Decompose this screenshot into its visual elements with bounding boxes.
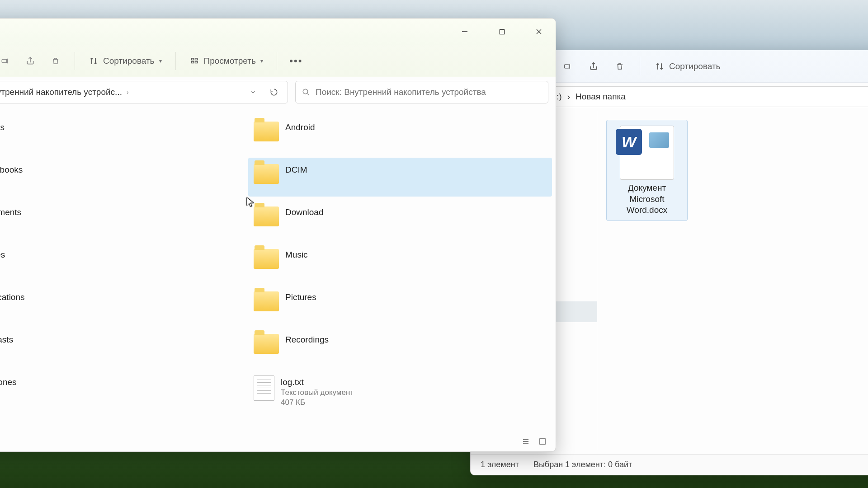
item-type: Текстовый документ	[281, 388, 354, 397]
item-name: Podcasts	[0, 335, 13, 345]
item-name: Movies	[0, 250, 5, 260]
separator	[175, 52, 176, 70]
file-name: Документ Microsoft Word.docx	[627, 183, 667, 216]
item-name: log.txt	[281, 377, 354, 387]
close-button[interactable]	[528, 21, 549, 42]
item-name: Music	[285, 250, 308, 260]
file-area[interactable]: AlarmsAndroidAudiobooksDCIMDocumentsDown…	[0, 107, 556, 426]
minimize-button[interactable]	[454, 21, 475, 42]
more-button[interactable]: •••	[285, 50, 307, 72]
thumbnails-view-button[interactable]	[538, 437, 547, 446]
text-file-icon	[254, 375, 274, 401]
file-area[interactable]: Документ Microsoft Word.docx	[597, 111, 868, 450]
folder-icon	[254, 164, 279, 184]
word-document-icon	[620, 126, 674, 180]
sort-icon	[655, 61, 665, 71]
folder-item[interactable]: Notifications	[0, 285, 245, 324]
view-button[interactable]: Просмотреть ▾	[184, 50, 269, 72]
view-icon	[189, 56, 199, 66]
folder-icon	[254, 291, 279, 311]
trash-icon	[51, 56, 61, 66]
explorer-window-device[interactable]: ройства Сортировать ▾ Просмотреть ▾ ••• …	[0, 18, 556, 452]
item-name: Pictures	[285, 292, 316, 302]
refresh-button[interactable]	[266, 84, 282, 100]
ellipsis-icon: •••	[291, 56, 301, 66]
folder-item[interactable]: Ringtones	[0, 370, 245, 409]
delete-button[interactable]	[609, 56, 631, 77]
sort-button[interactable]: Сортировать ▾	[83, 50, 167, 72]
trash-icon	[615, 61, 625, 71]
rename-button[interactable]	[557, 56, 578, 77]
svg-rect-12	[2, 59, 7, 63]
folder-item[interactable]: Alarms	[0, 115, 245, 154]
folder-item[interactable]: Music	[248, 243, 552, 282]
maximize-button[interactable]	[491, 21, 512, 42]
item-name: Download	[285, 207, 324, 217]
item-name: DCIM	[285, 165, 307, 175]
folder-item[interactable]: Recordings	[248, 328, 552, 366]
toolbar: Сортировать ▾ Просмотреть ▾ •••	[0, 45, 556, 77]
search-icon	[302, 88, 310, 96]
folder-icon	[254, 334, 279, 354]
folder-item[interactable]: DCIM	[248, 158, 552, 197]
item-name: Documents	[0, 207, 21, 217]
address-row: V2026 › Внутренний накопитель устройс...…	[0, 77, 556, 107]
history-dropdown[interactable]	[245, 84, 261, 100]
folder-icon	[254, 249, 279, 269]
svg-point-17	[303, 89, 308, 94]
file-item[interactable]: log.txtТекстовый документ407 КБ	[248, 370, 552, 409]
delete-button[interactable]	[45, 50, 66, 72]
svg-rect-18	[540, 439, 545, 444]
folder-item[interactable]: Pictures	[248, 285, 552, 324]
folder-icon	[254, 122, 279, 141]
breadcrumb-folder[interactable]: Новая папка	[576, 92, 626, 102]
share-button[interactable]	[19, 50, 41, 72]
separator	[75, 52, 75, 70]
item-name: Ringtones	[0, 377, 17, 387]
status-selection: Выбран 1 элемент: 0 байт	[533, 460, 632, 469]
rename-icon	[0, 56, 10, 66]
item-size: 407 КБ	[281, 398, 354, 407]
item-name: Alarms	[0, 122, 5, 132]
chevron-right-icon: ›	[567, 92, 570, 102]
share-button[interactable]	[583, 56, 604, 77]
rename-button[interactable]	[0, 50, 16, 72]
title-bar[interactable]: ройства	[0, 19, 556, 45]
separator	[277, 52, 277, 70]
svg-rect-15	[191, 61, 193, 63]
item-name: Android	[285, 122, 315, 132]
share-icon	[589, 61, 599, 71]
folder-item[interactable]: Android	[248, 115, 552, 154]
sort-label: Сортировать	[103, 56, 155, 66]
svg-rect-6	[564, 65, 569, 68]
separator	[640, 57, 640, 75]
folder-item[interactable]: Audiobooks	[0, 158, 245, 197]
folder-item[interactable]: Documents	[0, 200, 245, 239]
item-name: Recordings	[285, 335, 329, 345]
item-name: Audiobooks	[0, 165, 23, 175]
folder-item[interactable]: Podcasts	[0, 328, 245, 366]
chevron-down-icon: ▾	[159, 58, 162, 64]
sort-button[interactable]: Сортировать	[649, 56, 726, 77]
view-switcher	[512, 432, 556, 451]
folder-icon	[254, 206, 279, 226]
svg-rect-13	[191, 58, 193, 60]
view-label: Просмотреть	[204, 56, 256, 66]
sort-label: Сортировать	[669, 61, 721, 71]
search-box[interactable]	[295, 81, 548, 103]
svg-rect-16	[195, 61, 197, 63]
share-icon	[25, 56, 35, 66]
status-count: 1 элемент	[481, 460, 519, 469]
address-bar[interactable]: V2026 › Внутренний накопитель устройс...…	[0, 81, 288, 103]
folder-item[interactable]: Movies	[0, 243, 245, 282]
svg-rect-7	[500, 29, 504, 34]
details-view-button[interactable]	[521, 438, 530, 445]
breadcrumb-part2[interactable]: Внутренний накопитель устройс...	[0, 87, 122, 97]
chevron-right-icon: ›	[127, 89, 129, 96]
item-name: Notifications	[0, 292, 25, 302]
svg-rect-14	[195, 58, 197, 60]
file-item-word-doc[interactable]: Документ Microsoft Word.docx	[606, 120, 688, 221]
status-bar: 1 элемент Выбран 1 элемент: 0 байт	[471, 454, 868, 475]
folder-item[interactable]: Download	[248, 200, 552, 239]
search-input[interactable]	[316, 87, 542, 97]
